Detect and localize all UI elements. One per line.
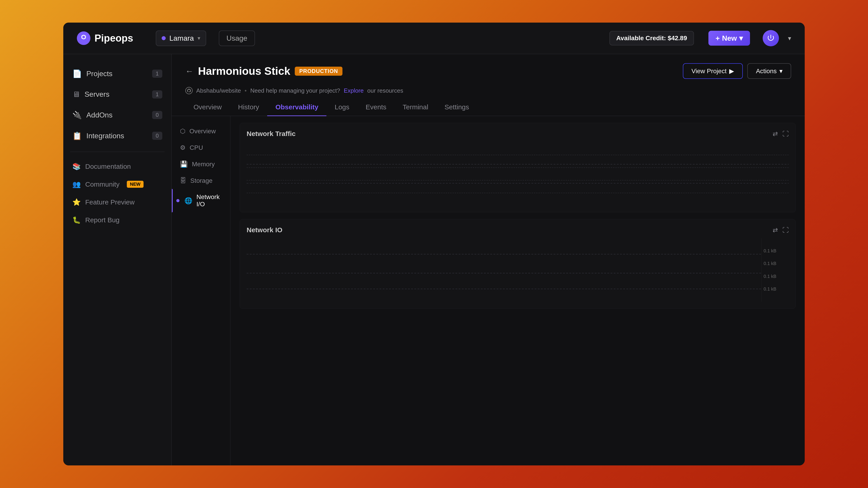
integrations-icon: 📋 [72, 131, 82, 140]
sidebar-item-feature-preview[interactable]: ⭐ Feature Preview [63, 193, 171, 211]
charts-area: Network Traffic ⇄ ⛶ [230, 116, 805, 465]
chart-panel-network-io: Network IO ⇄ ⛶ 0.1 kB 0.1 kB 0.1 kB [240, 219, 796, 308]
tab-overview[interactable]: Overview [185, 99, 230, 116]
tab-settings[interactable]: Settings [436, 99, 477, 116]
chevron-down-icon: ▾ [197, 35, 200, 41]
chart-title-traffic: Network Traffic [247, 130, 296, 138]
credit-value: $42.89 [668, 35, 687, 41]
feature-preview-icon: ⭐ [72, 198, 81, 206]
y-label-4: 0.1 kB [764, 287, 787, 292]
chart-svg-io [247, 238, 762, 302]
report-bug-icon: 🐛 [72, 216, 81, 224]
new-label: New [722, 34, 737, 42]
top-nav: Pipeops Lamara ▾ Usage Available Credit:… [63, 23, 805, 54]
sidebar-divider [70, 152, 164, 152]
community-icon: 👥 [72, 180, 81, 188]
power-button[interactable] [763, 30, 779, 46]
view-project-button[interactable]: View Project ▶ [683, 63, 743, 79]
help-text: Need help managing your project? [250, 87, 340, 94]
chart-svg-traffic [247, 142, 789, 205]
sidebar-item-documentation[interactable]: 📚 Documentation [63, 158, 171, 175]
logo-area: Pipeops [77, 31, 133, 45]
projects-badge: 1 [152, 70, 162, 78]
documentation-icon: 📚 [72, 162, 81, 170]
projects-icon: 📄 [72, 69, 82, 78]
chart-header-io: Network IO ⇄ ⛶ [247, 226, 789, 234]
integrations-badge: 0 [152, 132, 162, 140]
credit-label: Available Credit: [616, 35, 666, 41]
header-actions: View Project ▶ Actions ▾ [683, 63, 791, 79]
chart-refresh-btn-io[interactable]: ⇄ [773, 226, 778, 234]
explore-link[interactable]: Explore [344, 87, 364, 94]
grid-line-3 [247, 180, 789, 181]
servers-label: Servers [85, 90, 110, 98]
sidebar-item-community[interactable]: 👥 Community NEW [63, 175, 171, 193]
sidebar-item-addons[interactable]: 🔌 AddOns 0 [66, 105, 169, 125]
sidebar-item-projects[interactable]: 📄 Projects 1 [66, 64, 169, 83]
subtitle-row: Abshabu/website • Need help managing you… [185, 84, 791, 99]
obs-storage-icon: 🗄 [180, 177, 186, 184]
chart-body-io: 0.1 kB 0.1 kB 0.1 kB 0.1 kB [247, 238, 789, 302]
tab-history[interactable]: History [230, 99, 267, 116]
grid-line-4 [247, 193, 789, 193]
obs-memory-label: Memory [192, 161, 215, 168]
content-area: ← Harmonious Stick PRODUCTION View Proje… [172, 54, 805, 465]
plus-icon: + [716, 34, 720, 42]
workspace-selector[interactable]: Lamara ▾ [156, 31, 206, 46]
grid-line-1 [247, 155, 789, 155]
obs-item-memory[interactable]: 💾 Memory [172, 156, 230, 172]
y-axis-labels: 0.1 kB 0.1 kB 0.1 kB 0.1 kB [762, 238, 789, 302]
servers-icon: 🖥 [72, 90, 80, 99]
workspace-name: Lamara [169, 34, 194, 42]
logo-icon [77, 31, 90, 45]
community-label: Community [85, 181, 120, 188]
project-title: Harmonious Stick [198, 65, 290, 77]
sidebar-item-integrations[interactable]: 📋 Integrations 0 [66, 126, 169, 145]
actions-button[interactable]: Actions ▾ [747, 63, 791, 79]
tab-terminal[interactable]: Terminal [395, 99, 436, 116]
documentation-label: Documentation [85, 163, 131, 170]
obs-overview-label: Overview [189, 128, 216, 135]
chart-refresh-btn-traffic[interactable]: ⇄ [773, 130, 778, 138]
svg-point-1 [82, 36, 85, 38]
tab-events[interactable]: Events [358, 99, 395, 116]
chart-expand-btn-traffic[interactable]: ⛶ [782, 130, 789, 138]
grid-line-2 [247, 167, 789, 168]
obs-item-storage[interactable]: 🗄 Storage [172, 172, 230, 189]
sidebar-item-servers[interactable]: 🖥 Servers 1 [66, 85, 169, 104]
new-button[interactable]: + New ▾ [708, 31, 750, 46]
obs-item-network-io[interactable]: 🌐 Network I/O [172, 189, 230, 213]
back-arrow-icon[interactable]: ← [185, 66, 193, 76]
view-project-label: View Project [691, 68, 726, 75]
sidebar: 📄 Projects 1 🖥 Servers 1 🔌 AddOns 0 [63, 54, 172, 465]
y-label-1: 0.1 kB [764, 248, 787, 254]
power-chevron-icon[interactable]: ▾ [788, 35, 791, 42]
chart-body-traffic [247, 142, 789, 205]
tabs-row: Overview History Observability Logs Even… [172, 99, 805, 116]
y-label-3: 0.1 kB [764, 274, 787, 279]
obs-active-indicator [176, 199, 180, 202]
tab-observability[interactable]: Observability [267, 99, 327, 116]
obs-item-overview[interactable]: ⬡ Overview [172, 123, 230, 139]
sidebar-item-report-bug[interactable]: 🐛 Report Bug [63, 211, 171, 229]
chart-expand-btn-io[interactable]: ⛶ [782, 226, 789, 234]
chart-controls-io: ⇄ ⛶ [773, 226, 789, 234]
content-header: ← Harmonious Stick PRODUCTION View Proje… [172, 54, 805, 99]
chart-controls-traffic: ⇄ ⛶ [773, 130, 789, 138]
credit-badge: Available Credit: $42.89 [610, 31, 694, 45]
obs-cpu-label: CPU [190, 144, 203, 151]
chart-title-io: Network IO [247, 226, 282, 234]
github-path: Abshabu/website [196, 87, 241, 94]
chart-header-traffic: Network Traffic ⇄ ⛶ [247, 130, 789, 138]
addons-icon: 🔌 [72, 110, 82, 120]
obs-network-icon: 🌐 [184, 197, 192, 204]
actions-label: Actions [756, 68, 777, 75]
community-new-badge: NEW [127, 181, 144, 188]
power-icon [767, 34, 775, 42]
logo-text: Pipeops [94, 33, 133, 44]
usage-button[interactable]: Usage [219, 31, 255, 46]
tab-logs[interactable]: Logs [327, 99, 358, 116]
obs-item-cpu[interactable]: ⚙ CPU [172, 139, 230, 156]
obs-storage-label: Storage [190, 177, 213, 184]
obs-network-label: Network I/O [196, 193, 222, 208]
